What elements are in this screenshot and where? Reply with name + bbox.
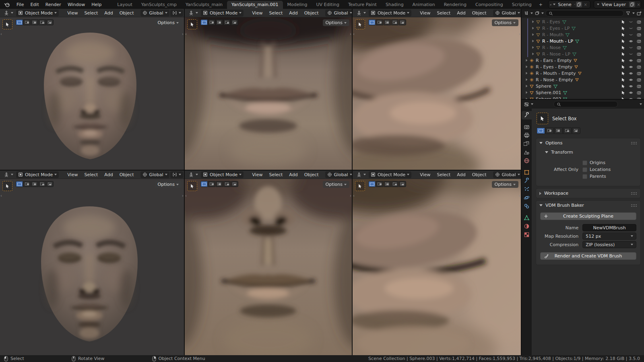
workspace-tab[interactable]: Compositing	[471, 1, 508, 9]
hide-toggle-icon[interactable]	[628, 20, 634, 24]
select-mode-button-2[interactable]	[545, 128, 554, 134]
object-menu[interactable]: Object	[117, 172, 137, 177]
select-mode-button-1[interactable]	[537, 128, 545, 134]
editor-type-button[interactable]	[354, 171, 368, 178]
menu-window[interactable]: Window	[64, 0, 88, 9]
hide-toggle-icon[interactable]	[628, 26, 634, 31]
selectable-toggle-icon[interactable]	[621, 84, 625, 88]
world-tab[interactable]	[522, 156, 532, 165]
hide-toggle-icon[interactable]	[628, 33, 634, 37]
render-toggle-icon[interactable]	[636, 39, 642, 43]
select-mode-button-2[interactable]	[23, 181, 31, 187]
outliner-row[interactable]: R - Mouth	[522, 31, 644, 38]
viewport-canvas[interactable]	[185, 17, 352, 170]
render-toggle-icon[interactable]	[636, 33, 642, 37]
editor-type-button[interactable]	[186, 171, 200, 178]
select-mode-button-5[interactable]	[399, 181, 406, 187]
region-toggle-icon[interactable]: ›	[350, 32, 351, 36]
select-mode-button-3[interactable]	[554, 128, 563, 134]
new-scene-button[interactable]	[576, 2, 582, 7]
transform-orientation-selector[interactable]: Global	[325, 10, 352, 16]
select-mode-button-5[interactable]	[46, 19, 54, 25]
checkbox-box[interactable]	[582, 160, 587, 165]
editor-type-button[interactable]	[186, 10, 200, 16]
options-dropdown[interactable]: Options	[155, 19, 182, 26]
add-menu[interactable]: Add	[454, 10, 468, 16]
region-toggle-icon[interactable]: ›	[182, 32, 184, 36]
expand-caret-icon[interactable]	[526, 72, 528, 74]
region-toggle-icon[interactable]: ›	[350, 194, 351, 198]
transform-orientation-selector[interactable]: Global	[493, 171, 521, 178]
render-toggle-icon[interactable]	[636, 45, 642, 50]
editor-type-button[interactable]	[2, 171, 15, 178]
active-tool-button[interactable]	[537, 113, 548, 124]
select-mode-button-4[interactable]	[223, 19, 231, 25]
region-toggle-icon[interactable]: ‹	[185, 32, 187, 36]
checkbox-box[interactable]	[582, 167, 587, 172]
expand-caret-icon[interactable]	[526, 85, 528, 87]
workspace-tab[interactable]: Texture Paint	[344, 1, 381, 9]
select-mode-button-4[interactable]	[223, 181, 231, 187]
expand-caret-icon[interactable]	[526, 66, 528, 68]
workspace-panel-header[interactable]: Workspace	[536, 189, 640, 198]
scene-selector[interactable]: Scene ×	[548, 0, 590, 8]
panel-grip-icon[interactable]	[631, 204, 637, 207]
outliner-row[interactable]: R - Eyes - Empty	[522, 64, 644, 70]
active-tool-button[interactable]	[2, 19, 12, 29]
material-tab[interactable]	[522, 222, 532, 230]
hide-toggle-icon[interactable]	[628, 65, 634, 69]
expand-caret-icon[interactable]	[533, 33, 534, 36]
view-menu[interactable]: View	[417, 172, 433, 177]
outliner-row[interactable]: R - Mouth - LP	[522, 38, 644, 44]
outliner-row[interactable]: R - Ears - Empty	[522, 57, 644, 64]
new-view-layer-button[interactable]	[629, 2, 635, 7]
select-mode-button-1[interactable]	[368, 181, 376, 187]
editor-type-outliner-button[interactable]	[524, 11, 533, 16]
particles-tab[interactable]	[522, 185, 532, 193]
menu-file[interactable]: File	[13, 0, 27, 9]
render-toggle-icon[interactable]	[636, 65, 642, 69]
outliner-filter-button[interactable]	[625, 11, 635, 16]
expand-caret-icon[interactable]	[533, 40, 534, 42]
hide-toggle-icon[interactable]	[628, 97, 634, 99]
viewport-canvas[interactable]	[0, 179, 184, 355]
region-toggle-icon[interactable]: ‹	[0, 32, 2, 36]
mode-selector[interactable]: Object Mode	[369, 10, 411, 16]
map-resolution-dropdown[interactable]: 512 px	[582, 232, 636, 240]
transform-orientation-selector[interactable]: Global	[325, 171, 352, 178]
expand-caret-icon[interactable]	[526, 91, 528, 94]
options-dropdown[interactable]: Options	[323, 181, 349, 188]
menu-help[interactable]: Help	[88, 0, 105, 9]
object-menu[interactable]: Object	[469, 10, 489, 16]
hide-toggle-icon[interactable]	[628, 71, 634, 76]
select-mode-button-5[interactable]	[231, 181, 238, 187]
workspace-tab[interactable]: YanSculpts_main.001	[227, 1, 283, 9]
object-menu[interactable]: Object	[469, 172, 489, 177]
select-mode-button-3[interactable]	[216, 181, 223, 187]
panel-grip-icon[interactable]	[631, 192, 637, 195]
select-menu[interactable]: Select	[434, 172, 453, 177]
select-menu[interactable]: Select	[81, 172, 101, 177]
view-layer-tab[interactable]	[522, 140, 532, 148]
render-toggle-icon[interactable]	[636, 26, 642, 31]
view-menu[interactable]: View	[64, 172, 80, 177]
expand-caret-icon[interactable]	[533, 53, 534, 55]
viewport-3d-4[interactable]: Object Mode View Select Add Object Globa…	[0, 171, 184, 355]
pivot-point-selector[interactable]	[170, 10, 183, 16]
object-menu[interactable]: Object	[301, 10, 322, 16]
workspace-tab[interactable]: Modeling	[283, 1, 312, 9]
viewport-canvas[interactable]	[353, 179, 521, 355]
select-mode-button-4[interactable]	[391, 181, 398, 187]
options-dropdown[interactable]: Options	[323, 19, 349, 26]
select-mode-button-4[interactable]	[563, 128, 572, 134]
select-mode-button-3[interactable]	[384, 19, 391, 25]
select-mode-button-4[interactable]	[39, 19, 46, 25]
workspace-tab[interactable]: Layout	[113, 1, 136, 9]
mode-selector[interactable]: Object Mode	[201, 171, 244, 178]
outliner-row[interactable]: Sphere.001	[522, 89, 644, 96]
workspace-tab[interactable]: YanSculpts_cmp	[137, 1, 181, 9]
select-mode-button-3[interactable]	[216, 19, 223, 25]
region-toggle-icon[interactable]: ‹	[353, 194, 355, 198]
select-menu[interactable]: Select	[266, 10, 285, 16]
select-mode-button-5[interactable]	[572, 128, 580, 134]
